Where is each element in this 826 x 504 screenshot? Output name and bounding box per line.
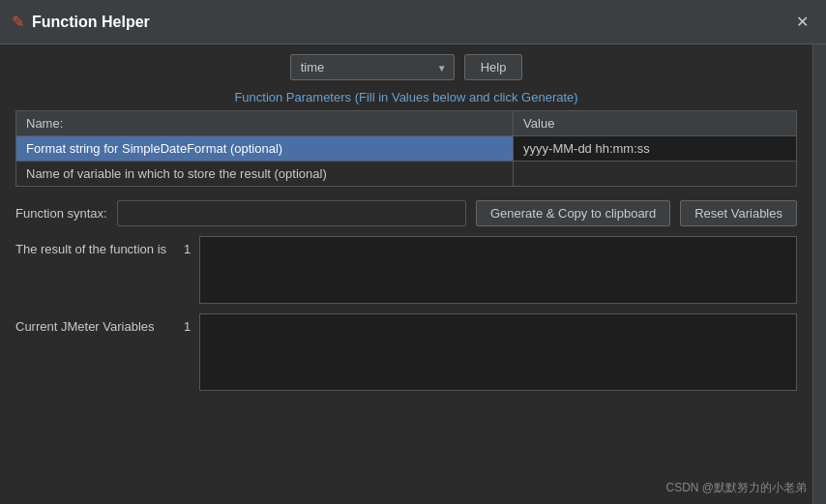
syntax-input[interactable]: [117, 200, 466, 226]
reset-button[interactable]: Reset Variables: [680, 200, 797, 226]
variables-section: Current JMeter Variables 1: [15, 313, 797, 391]
param-name-2: Name of variable in which to store the r…: [16, 162, 514, 187]
variables-textarea[interactable]: [199, 313, 797, 391]
param-value-input-2[interactable]: [523, 166, 786, 181]
col-value-header: Value: [514, 111, 797, 136]
table-row: Name of variable in which to store the r…: [16, 162, 797, 187]
top-controls: time dateTimeConvert BeanShell Random Ra…: [15, 54, 797, 80]
main-content: time dateTimeConvert BeanShell Random Ra…: [0, 44, 812, 400]
generate-button[interactable]: Generate & Copy to clipboard: [476, 200, 670, 226]
param-value-input-1[interactable]: [523, 141, 786, 156]
function-select[interactable]: time dateTimeConvert BeanShell Random Ra…: [290, 54, 455, 80]
params-header: Function Parameters (Fill in Values belo…: [15, 90, 797, 104]
params-table: Name: Value Format string for SimpleDate…: [15, 110, 797, 187]
variables-number: 1: [180, 313, 199, 391]
help-button[interactable]: Help: [464, 54, 523, 80]
title-bar: ✎ Function Helper ✕: [0, 0, 826, 44]
syntax-label: Function syntax:: [15, 206, 107, 221]
param-name-1: Format string for SimpleDateFormat (opti…: [16, 136, 514, 162]
result-textarea[interactable]: [199, 236, 797, 304]
title-icon: ✎: [12, 13, 24, 31]
syntax-row: Function syntax: Generate & Copy to clip…: [15, 200, 797, 226]
function-select-wrapper: time dateTimeConvert BeanShell Random Ra…: [290, 54, 455, 80]
result-section: The result of the function is 1: [15, 236, 797, 304]
content-area: time dateTimeConvert BeanShell Random Ra…: [0, 44, 812, 400]
variables-label: Current JMeter Variables: [15, 313, 180, 391]
param-value-2[interactable]: [514, 162, 797, 187]
param-value-1[interactable]: [514, 136, 797, 162]
title-text: Function Helper: [32, 14, 150, 31]
col-name-header: Name:: [16, 111, 514, 136]
watermark: CSDN @默默努力的小老弟: [665, 480, 807, 496]
table-row: Format string for SimpleDateFormat (opti…: [16, 136, 797, 162]
close-button[interactable]: ✕: [790, 11, 814, 33]
title-left: ✎ Function Helper: [12, 13, 150, 31]
result-number: 1: [180, 236, 199, 304]
result-label: The result of the function is: [15, 236, 180, 304]
scrollbar[interactable]: [812, 44, 826, 504]
